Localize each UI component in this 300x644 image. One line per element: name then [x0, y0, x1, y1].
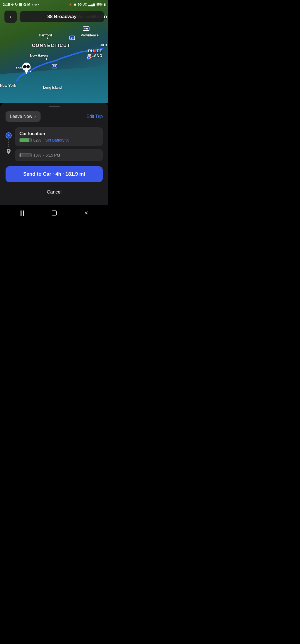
destination-info-row: 13% · 6:15 PM	[19, 153, 98, 157]
send-to-car-button[interactable]: Send to Car · 4h · 181.9 mi	[6, 166, 103, 182]
origin-title: Car location	[19, 131, 98, 136]
highway-i84: 84	[69, 36, 75, 40]
drag-handle[interactable]	[49, 106, 60, 107]
destination-pin	[22, 63, 31, 73]
newhaven-dot	[46, 58, 47, 60]
map-label-hartford: Hartford	[39, 33, 52, 37]
gpay-icon: G	[23, 3, 26, 7]
set-battery-button[interactable]: Set Battery %	[45, 138, 69, 142]
destination-battery-percent: 13%	[33, 153, 41, 157]
svg-rect-3	[52, 211, 56, 215]
status-time: 2:15	[3, 3, 10, 7]
origin-separator: ·	[43, 139, 44, 142]
origin-battery-bar-container	[19, 138, 32, 142]
map-label-newhaven: New Haven	[30, 54, 48, 58]
current-location-arrow	[86, 53, 94, 62]
route-connector	[8, 139, 9, 148]
leave-now-label: Leave Now	[10, 114, 32, 119]
wifi-icon: ⌾	[34, 3, 37, 7]
svg-point-1	[88, 56, 90, 59]
hartford-dot	[47, 38, 48, 39]
origin-battery-bar	[19, 138, 32, 142]
destination-separator: ·	[43, 153, 44, 157]
origin-card[interactable]: Car location 82% · Set Battery %	[15, 127, 103, 146]
destination-address: 88 Broadway	[20, 11, 104, 22]
signal-type: 5G UC	[78, 3, 87, 6]
bottom-navigation: ||| <	[0, 204, 108, 220]
location-icon: ◉	[74, 3, 76, 6]
destination-battery-fill	[20, 153, 21, 157]
highway-i495: 495	[83, 26, 89, 31]
location-rows: Car location 82% · Set Battery %	[6, 127, 103, 161]
dot-icon: •	[38, 3, 39, 7]
music-icon: ♪	[31, 3, 33, 7]
gmail-icon: M	[27, 3, 30, 7]
cancel-button[interactable]: Cancel	[6, 185, 103, 199]
destination-icon	[6, 148, 11, 155]
svg-point-2	[8, 150, 9, 152]
calendar-icon: ▦	[19, 3, 22, 7]
origin-icon	[6, 132, 12, 138]
location-cards-column: Car location 82% · Set Battery %	[15, 127, 103, 161]
map-view[interactable]: CONNECTICUT Worcester Bosto Hartford New…	[0, 0, 108, 103]
origin-battery-fill	[20, 138, 29, 142]
sync-icon: ↻	[15, 3, 18, 7]
back-icon: ‹	[10, 14, 12, 20]
location-icons-column	[6, 127, 12, 161]
edit-trip-button[interactable]: Edit Trip	[86, 114, 103, 119]
trip-controls: Leave Now > Edit Trip	[6, 111, 103, 122]
signal-bars: ▂▄▆	[88, 3, 95, 6]
destination-battery-bar-container	[19, 153, 32, 157]
back-button[interactable]: ‹	[4, 11, 17, 23]
nav-menu-button[interactable]: |||	[16, 208, 28, 218]
top-navigation: ‹ 88 Broadway	[0, 9, 108, 24]
status-bar: 2:15 ⊙ ↻ ▦ G M ♪ ⌾ • 🔕 ◉ 5G UC ▂▄▆ 85% ▮	[0, 0, 108, 8]
battery-percent: 85%	[96, 3, 102, 6]
home-icon	[51, 210, 57, 216]
map-label-fallriver: Fall R	[99, 43, 107, 46]
highway-i95: 95	[52, 64, 57, 68]
map-label-connecticut: CONNECTICUT	[32, 43, 70, 48]
arrival-time: 6:15 PM	[46, 153, 60, 157]
destination-battery-bar	[19, 153, 32, 157]
nav-back-button[interactable]: <	[81, 208, 93, 218]
mute-icon: 🔕	[68, 3, 72, 6]
tesla-icon: ⊙	[11, 3, 14, 6]
origin-battery-row: 82% · Set Battery %	[19, 138, 98, 142]
bottom-sheet: Leave Now > Edit Trip Car location	[0, 103, 108, 204]
origin-battery-percent: 82%	[33, 138, 41, 142]
leave-now-chevron-icon: >	[34, 114, 36, 119]
nav-home-button[interactable]	[48, 208, 60, 218]
destination-card[interactable]: 13% · 6:15 PM	[15, 149, 103, 161]
map-label-providence: Providence	[81, 33, 99, 37]
battery-icon: ▮	[104, 3, 106, 6]
leave-now-button[interactable]: Leave Now >	[6, 111, 41, 122]
